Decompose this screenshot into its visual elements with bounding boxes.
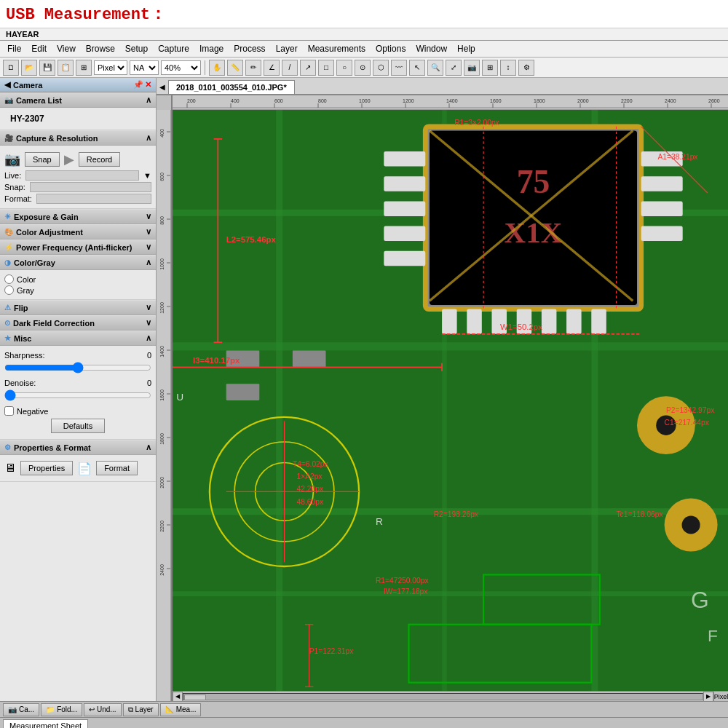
image-tab[interactable]: 2018_0101_003554_010.JPG*	[168, 80, 295, 94]
toolbar-line[interactable]: /	[282, 60, 298, 76]
svg-text:1600: 1600	[490, 98, 502, 103]
panel-pin[interactable]: 📌	[133, 80, 143, 90]
camera-list-icon: 📷	[4, 96, 13, 104]
taskbar-undo[interactable]: ↩ Und...	[84, 703, 122, 716]
toolbar-ellipse[interactable]: ○	[336, 60, 352, 76]
toolbar-measure2[interactable]: ✏	[245, 60, 261, 76]
negative-checkbox[interactable]	[4, 406, 14, 416]
taskbar-camera[interactable]: 📷 Ca...	[3, 703, 39, 716]
panel-header-arrow[interactable]: ◀	[4, 80, 10, 90]
taskbar-layer[interactable]: ⧉ Layer	[123, 703, 159, 716]
toolbar-rect[interactable]: □	[318, 60, 334, 76]
misc-label: Misc	[14, 334, 31, 343]
capture-content: 📷 Snap ▶ Record Live: ▼ Snap: Format:	[0, 146, 156, 209]
record-button[interactable]: Record	[79, 152, 120, 167]
menu-item-setup[interactable]: Setup	[121, 42, 152, 55]
toolbar-arrow[interactable]: ↗	[300, 60, 316, 76]
color-radio[interactable]	[4, 274, 14, 284]
toolbar-poly[interactable]: ⬡	[373, 60, 389, 76]
dark-field-header[interactable]: ⊙ Dark Field Correction ∨	[0, 315, 156, 331]
taskbar-measure[interactable]: 📐 Mea...	[160, 703, 202, 716]
svg-rect-73	[641, 176, 683, 191]
format-input	[36, 194, 151, 204]
menu-item-help[interactable]: Help	[453, 42, 480, 55]
toolbar-zoom-tool[interactable]: 🔍	[427, 60, 443, 76]
na-select[interactable]: NA	[130, 60, 159, 75]
capture-icon: 🎥	[4, 134, 13, 142]
denoise-slider[interactable]	[4, 389, 151, 401]
svg-text:1400: 1400	[159, 346, 165, 357]
zoom-select[interactable]: 40%	[161, 60, 201, 75]
menu-item-options[interactable]: Options	[371, 42, 410, 55]
menu-item-file[interactable]: File	[3, 42, 25, 55]
toolbar-export[interactable]: ↕	[500, 60, 516, 76]
scroll-track-h[interactable]	[183, 693, 703, 700]
image-container[interactable]: 75 X1X	[173, 110, 728, 691]
toolbar-save[interactable]: 💾	[39, 60, 55, 76]
svg-text:400: 400	[231, 98, 240, 103]
color-gray-header[interactable]: ◑ Color/Gray ∧	[0, 255, 156, 270]
measurement-sheet-tab[interactable]: Measurement Sheet	[3, 719, 88, 728]
bottom-tab-bar: Measurement Sheet	[0, 717, 728, 728]
menu-item-view[interactable]: View	[52, 42, 80, 55]
toolbar-circle[interactable]: ⊙	[355, 60, 371, 76]
svg-text:lW=177.18px: lW=177.18px	[384, 587, 428, 596]
defaults-button[interactable]: Defaults	[51, 419, 105, 433]
pixel-select[interactable]: Pixel	[94, 60, 127, 75]
menu-item-layer[interactable]: Layer	[272, 42, 302, 55]
flip-header[interactable]: ⚠ Flip ∨	[0, 300, 156, 315]
toolbar-measure1[interactable]: 📏	[227, 60, 243, 76]
power-icon: ⚡	[4, 243, 13, 251]
panel-close[interactable]: ✕	[145, 80, 151, 90]
power-freq-header[interactable]: ⚡ Power Frequency (Anti-flicker) ∨	[0, 240, 156, 255]
toolbar-open[interactable]: 📂	[21, 60, 37, 76]
menu-item-browse[interactable]: Browse	[82, 42, 119, 55]
tab-nav-left[interactable]: ◀	[157, 80, 168, 94]
taskbar-folder[interactable]: 📁 Fold...	[41, 703, 82, 716]
dark-field-icon: ⊙	[4, 319, 10, 327]
snap-button[interactable]: Snap	[25, 152, 60, 167]
measure-taskbar-icon: 📐	[165, 705, 174, 713]
color-option: Color	[17, 275, 36, 284]
color-adj-header[interactable]: 🎨 Color Adjustment ∨	[0, 224, 156, 240]
scroll-left[interactable]: ◀	[173, 692, 183, 702]
live-dropdown[interactable]: ▼	[143, 171, 151, 180]
properties-header[interactable]: ⚙ Properties & Format ∧	[0, 440, 156, 455]
toolbar-angle[interactable]: ∠	[264, 60, 280, 76]
menu-item-process[interactable]: Process	[229, 42, 269, 55]
misc-header[interactable]: ★ Misc ∧	[0, 331, 156, 346]
toolbar-settings2[interactable]: ⚙	[518, 60, 534, 76]
menu-item-edit[interactable]: Edit	[27, 42, 51, 55]
menu-item-image[interactable]: Image	[195, 42, 228, 55]
svg-text:1600: 1600	[159, 389, 165, 401]
toolbar: 🗋 📂 💾 📋 ⊞ Pixel NA 40% ✋ 📏 ✏ ∠ / ↗ □ ○ ⊙…	[0, 58, 728, 78]
toolbar-path[interactable]: 〰	[391, 60, 407, 76]
sep1	[205, 60, 205, 75]
toolbar-camera2[interactable]: 📷	[464, 60, 480, 76]
capture-header[interactable]: 🎥 Capture & Resolution ∧	[0, 130, 156, 146]
toolbar-new[interactable]: 🗋	[3, 60, 19, 76]
camera-list-header[interactable]: 📷 Camera List ∧	[0, 92, 156, 108]
properties-label: Properties & Format	[14, 443, 91, 452]
format-button[interactable]: Format	[96, 461, 138, 475]
scroll-right[interactable]: ▶	[703, 692, 713, 702]
menu-item-window[interactable]: Window	[411, 42, 451, 55]
scroll-thumb-h[interactable]	[184, 695, 206, 700]
svg-text:T4=6.02px: T4=6.02px	[293, 460, 329, 468]
toolbar-select2[interactable]: ↖	[409, 60, 425, 76]
svg-rect-80	[542, 309, 557, 334]
sharpness-slider[interactable]	[4, 362, 151, 373]
toolbar-table[interactable]: ⊞	[482, 60, 498, 76]
toolbar-move[interactable]: ⤢	[446, 60, 462, 76]
toolbar-grid[interactable]: ⊞	[76, 60, 92, 76]
undo-taskbar-icon: ↩	[89, 705, 95, 713]
menu-item-measurements[interactable]: Measurements	[304, 42, 370, 55]
svg-rect-74	[641, 201, 683, 216]
exposure-header[interactable]: ☀ Exposure & Gain ∨	[0, 209, 156, 224]
toolbar-copy[interactable]: 📋	[58, 60, 74, 76]
toolbar-hand[interactable]: ✋	[209, 60, 225, 76]
properties-button[interactable]: Properties	[20, 461, 73, 475]
gray-radio[interactable]	[4, 285, 14, 295]
taskbar: 📷 Ca... 📁 Fold... ↩ Und... ⧉ Layer 📐 Mea…	[0, 701, 728, 717]
menu-item-capture[interactable]: Capture	[154, 42, 194, 55]
